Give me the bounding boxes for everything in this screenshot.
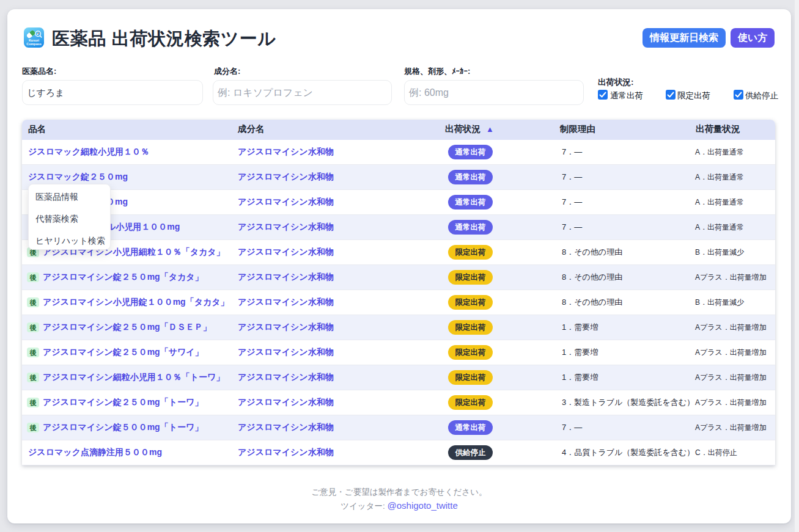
svg-text:Compass: Compass <box>26 42 41 46</box>
